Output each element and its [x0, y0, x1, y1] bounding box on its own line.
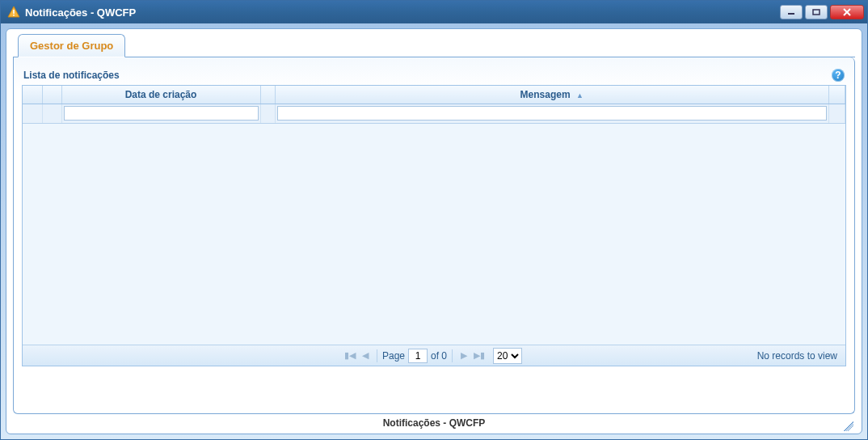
- pager-page-input[interactable]: [408, 349, 428, 363]
- tabstrip: Gestor de Grupo: [13, 34, 855, 58]
- col-message[interactable]: Mensagem ▲: [275, 86, 829, 104]
- tab-group-manager[interactable]: Gestor de Grupo: [18, 34, 125, 57]
- maximize-button[interactable]: [805, 5, 828, 19]
- resize-grip[interactable]: [844, 421, 853, 431]
- window-title: Notificações - QWCFP: [25, 6, 136, 19]
- notifications-grid: Data de criação Mensagem ▲: [22, 85, 846, 366]
- pager-pagesize-select[interactable]: 20: [493, 348, 522, 364]
- grid-header-row: Data de criação Mensagem ▲: [23, 86, 845, 104]
- col-spacer-1: [23, 86, 42, 104]
- statusbar: Notificações - QWCFP: [13, 414, 855, 432]
- col-date-label: Data de criação: [125, 89, 197, 100]
- filter-date-input[interactable]: [64, 106, 259, 121]
- grid-filter-row: [23, 104, 845, 123]
- pager-first-button[interactable]: ▮◀: [341, 350, 359, 361]
- svg-rect-4: [813, 10, 820, 15]
- client-area: Gestor de Grupo Lista de notificações ?: [6, 28, 862, 434]
- pager-page-label: Page: [382, 350, 405, 362]
- grid-caption-row: Lista de notificações ?: [22, 69, 846, 82]
- sort-asc-icon: ▲: [576, 91, 584, 99]
- titlebar: Notificações - QWCFP: [1, 1, 867, 23]
- app-window: Notificações - QWCFP Gestor de Grupo Lis…: [0, 0, 868, 440]
- col-spacer-2: [42, 86, 61, 104]
- col-date[interactable]: Data de criação: [61, 86, 260, 104]
- status-text: Notificações - QWCFP: [383, 417, 486, 429]
- col-spacer-4: [829, 86, 845, 104]
- pager-records-label: No records to view: [757, 350, 837, 362]
- tab-label: Gestor de Grupo: [30, 40, 113, 52]
- grid-body-empty: [23, 124, 845, 345]
- pager-last-button[interactable]: ▶▮: [470, 350, 488, 361]
- minimize-button[interactable]: [780, 5, 803, 19]
- filter-message-input[interactable]: [277, 106, 828, 121]
- col-spacer-3: [260, 86, 275, 104]
- tab-body: Lista de notificações ?: [13, 57, 855, 414]
- svg-rect-1: [13, 10, 15, 14]
- svg-rect-3: [788, 13, 794, 15]
- help-icon[interactable]: ?: [832, 69, 845, 82]
- grid-pager: ▮◀ ◀ Page of 0 ▶ ▶▮ 20 No records to vie…: [23, 345, 845, 366]
- close-button[interactable]: [830, 5, 864, 19]
- col-message-label: Mensagem: [520, 89, 571, 100]
- pager-next-button[interactable]: ▶: [457, 350, 470, 361]
- warning-icon: [7, 6, 20, 19]
- svg-rect-2: [13, 15, 15, 16]
- grid-caption: Lista de notificações: [23, 70, 120, 81]
- pager-of-label: of 0: [431, 350, 447, 362]
- pager-prev-button[interactable]: ◀: [359, 350, 372, 361]
